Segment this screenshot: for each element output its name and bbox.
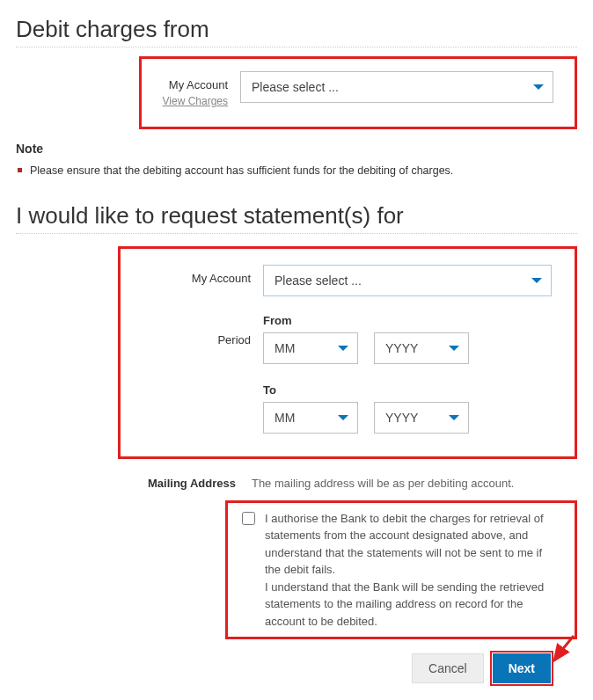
from-year-select[interactable]: YYYY (374, 332, 469, 364)
my-account-label: My Account (154, 78, 228, 91)
mm-placeholder: MM (275, 341, 295, 355)
mailing-address-label: Mailing Address (148, 477, 252, 490)
chevron-down-icon (449, 346, 459, 351)
chevron-down-icon (338, 346, 348, 351)
yyyy-placeholder: YYYY (385, 341, 418, 355)
button-row: Cancel Next (16, 653, 577, 683)
statement-request-highlight-box: My Account Please select ... Period From… (118, 246, 577, 459)
yyyy-placeholder-2: YYYY (385, 411, 418, 425)
cancel-button[interactable]: Cancel (412, 653, 484, 683)
debit-heading: Debit charges from (16, 16, 577, 47)
note-list: Please ensure that the debiting account … (16, 163, 577, 179)
view-charges-link[interactable]: View Charges (163, 95, 228, 107)
period-label: Period (133, 305, 263, 346)
chevron-down-icon (449, 415, 459, 420)
next-button[interactable]: Next (493, 653, 551, 683)
note-heading: Note (16, 142, 577, 156)
request-heading: I would like to request statement(s) for (16, 202, 577, 234)
select-placeholder-text-2: Please select ... (275, 273, 362, 288)
chevron-down-icon (533, 84, 544, 90)
from-month-select[interactable]: MM (263, 332, 358, 364)
debit-account-select[interactable]: Please select ... (240, 71, 553, 103)
my-account-label-2: My Account (133, 265, 263, 285)
to-label: To (263, 383, 552, 397)
authorise-highlight-box: I authorise the Bank to debit the charge… (225, 500, 577, 640)
select-placeholder-text: Please select ... (252, 80, 339, 94)
authorise-para-2: I understand that the Bank will be sendi… (265, 579, 557, 631)
to-year-select[interactable]: YYYY (374, 402, 469, 434)
to-month-select[interactable]: MM (263, 402, 358, 434)
mailing-row: Mailing Address The mailing address will… (148, 477, 577, 490)
authorise-para-1: I authorise the Bank to debit the charge… (265, 510, 557, 579)
debit-account-highlight-box: My Account View Charges Please select ..… (139, 56, 577, 129)
from-label: From (263, 314, 552, 327)
chevron-down-icon (338, 415, 348, 420)
authorise-text: I authorise the Bank to debit the charge… (265, 510, 557, 631)
label-col: My Account View Charges (154, 71, 240, 107)
authorise-checkbox[interactable] (242, 512, 255, 525)
statement-account-select[interactable]: Please select ... (263, 265, 552, 296)
mailing-address-text: The mailing address will be as per debit… (252, 477, 514, 490)
mm-placeholder-2: MM (275, 411, 295, 425)
chevron-down-icon (531, 278, 542, 283)
note-item: Please ensure that the debiting account … (30, 163, 577, 179)
